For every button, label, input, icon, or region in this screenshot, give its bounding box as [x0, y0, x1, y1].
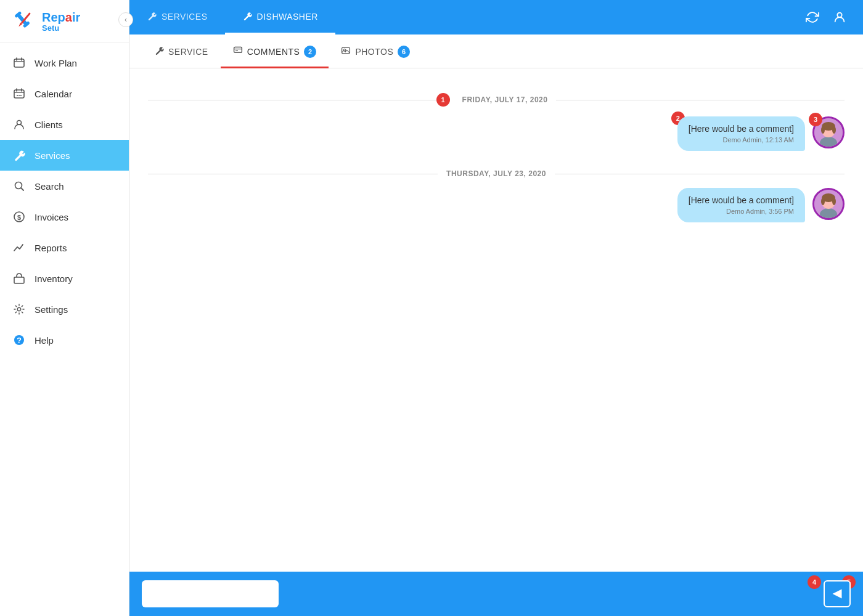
- sidebar-item-clients[interactable]: Clients: [0, 109, 129, 140]
- comment-meta-1: Demo Admin, 12:13 AM: [689, 136, 794, 144]
- reports-label: Reports: [35, 243, 67, 253]
- calendar-label: Calendar: [35, 89, 72, 99]
- help-label: Help: [35, 335, 54, 346]
- invoices-icon: $: [12, 210, 26, 224]
- sidebar-item-help[interactable]: ? Help: [0, 325, 129, 355]
- topbar: SERVICES DISHWASHER: [129, 0, 863, 34]
- workplan-label: Work Plan: [35, 58, 77, 68]
- separator-line-left-1: [148, 100, 436, 100]
- calendar-icon: [12, 87, 26, 100]
- send-button[interactable]: [824, 580, 851, 607]
- svg-point-42: [832, 198, 836, 205]
- topbar-tab-services[interactable]: SERVICES: [129, 0, 225, 34]
- comments-tab-icon: [233, 46, 243, 58]
- svg-rect-21: [14, 277, 24, 283]
- refresh-button[interactable]: [801, 6, 824, 28]
- separator-line-right-2: [555, 174, 845, 174]
- sidebar-item-invoices[interactable]: $ Invoices: [0, 201, 129, 232]
- svg-rect-26: [234, 47, 242, 52]
- services-icon: [12, 148, 26, 162]
- service-tab-label: SERVICE: [168, 47, 208, 57]
- inventory-icon: [12, 272, 26, 285]
- sidebar-item-calendar[interactable]: Calendar: [0, 78, 129, 109]
- logo-icon: [10, 7, 37, 34]
- date-separator-2: THURSDAY, JULY 23, 2020: [148, 169, 845, 178]
- sidebar-item-services[interactable]: Services: [0, 140, 129, 171]
- comment-text-1: [Here would be a comment]: [689, 124, 794, 134]
- topbar-tab-dishwasher[interactable]: DISHWASHER: [225, 0, 335, 34]
- sidebar-item-workplan[interactable]: Work Plan: [0, 47, 129, 78]
- svg-point-15: [20, 95, 22, 96]
- logo: Repair Setu: [0, 0, 129, 43]
- svg-rect-29: [342, 47, 350, 54]
- comment-bubble-1: [Here would be a comment] Demo Admin, 12…: [677, 116, 805, 151]
- invoices-label: Invoices: [35, 212, 68, 222]
- date-label-2: THURSDAY, JULY 23, 2020: [438, 169, 555, 178]
- tab-comments[interactable]: COMMENTS 2: [221, 34, 329, 68]
- date-separator-1: 1 FRIDAY, JULY 17, 2020: [148, 93, 845, 107]
- svg-rect-9: [14, 90, 24, 98]
- comment-text-2: [Here would be a comment]: [689, 195, 794, 205]
- comments-count-badge: 2: [304, 46, 316, 58]
- sidebar-nav: Work Plan Calendar Clients Services: [0, 43, 129, 616]
- sidebar: Repair Setu Work Plan Calendar Clients: [0, 0, 129, 616]
- topbar-tab1-label: SERVICES: [162, 12, 208, 22]
- photos-tab-label: PHOTOS: [355, 47, 393, 57]
- comment-bubble-wrap-2: [Here would be a comment] Demo Admin, 3:…: [677, 188, 805, 222]
- comment-row-1: 2 [Here would be a comment] Demo Admin, …: [148, 116, 845, 151]
- comment-bubble-2: [Here would be a comment] Demo Admin, 3:…: [677, 188, 805, 222]
- send-button-wrap: 5: [824, 580, 851, 607]
- avatar-face-2: [814, 190, 843, 218]
- workplan-icon: [12, 56, 26, 70]
- svg-text:$: $: [17, 214, 21, 221]
- settings-label: Settings: [35, 304, 68, 315]
- tab-service[interactable]: SERVICE: [142, 34, 221, 68]
- services-label: Services: [35, 150, 70, 161]
- comments-tab-label: COMMENTS: [247, 47, 300, 57]
- sidebar-item-settings[interactable]: Settings: [0, 294, 129, 325]
- clients-label: Clients: [35, 120, 63, 130]
- help-icon: ?: [12, 333, 26, 347]
- comments-area: 1 FRIDAY, JULY 17, 2020 2 [Here would be…: [129, 68, 863, 572]
- avatar-num-badge-1: 3: [809, 113, 822, 126]
- svg-line-18: [21, 188, 23, 190]
- svg-point-25: [837, 13, 841, 17]
- sidebar-item-search[interactable]: Search: [0, 171, 129, 201]
- search-icon: [12, 179, 26, 193]
- sidebar-item-inventory[interactable]: Inventory: [0, 263, 129, 294]
- dishwasher-tab-icon: [242, 10, 252, 22]
- step-badge-1: 1: [436, 93, 450, 107]
- services-tab-icon: [147, 10, 157, 22]
- svg-rect-5: [14, 59, 24, 67]
- settings-icon: [12, 302, 26, 316]
- reports-icon: [12, 241, 26, 254]
- svg-point-14: [18, 95, 20, 96]
- send-input-badge: 4: [808, 575, 821, 589]
- tab-photos[interactable]: PHOTOS 6: [329, 34, 422, 68]
- sidebar-item-reports[interactable]: Reports: [0, 232, 129, 263]
- clients-icon: [12, 118, 26, 131]
- separator-line-left-2: [148, 174, 438, 174]
- inventory-label: Inventory: [35, 274, 73, 284]
- logo-text: Repair Setu: [42, 10, 80, 32]
- send-input-wrap: 4: [142, 580, 816, 607]
- tabs-row: SERVICE COMMENTS 2 PHOTOS 6: [129, 34, 863, 68]
- send-bar: 4 5: [129, 572, 863, 616]
- comment-input[interactable]: [142, 580, 279, 607]
- sidebar-collapse-button[interactable]: ‹: [118, 12, 133, 27]
- svg-point-22: [17, 307, 21, 311]
- service-tab-icon: [154, 46, 164, 58]
- avatar-wrap-1: 3: [812, 116, 845, 148]
- user-button[interactable]: [828, 6, 851, 28]
- svg-point-35: [821, 126, 825, 134]
- comment-bubble-wrap-1: 2 [Here would be a comment] Demo Admin, …: [677, 116, 805, 151]
- search-label: Search: [35, 181, 64, 192]
- photos-count-badge: 6: [398, 46, 410, 58]
- photos-tab-icon: [341, 46, 351, 58]
- svg-marker-43: [833, 590, 842, 599]
- separator-line-right-1: [556, 100, 845, 100]
- comment-row-2: [Here would be a comment] Demo Admin, 3:…: [148, 188, 845, 222]
- date-label-1: FRIDAY, JULY 17, 2020: [454, 95, 557, 104]
- svg-point-36: [832, 126, 836, 134]
- topbar-tab2-label: DISHWASHER: [257, 12, 318, 22]
